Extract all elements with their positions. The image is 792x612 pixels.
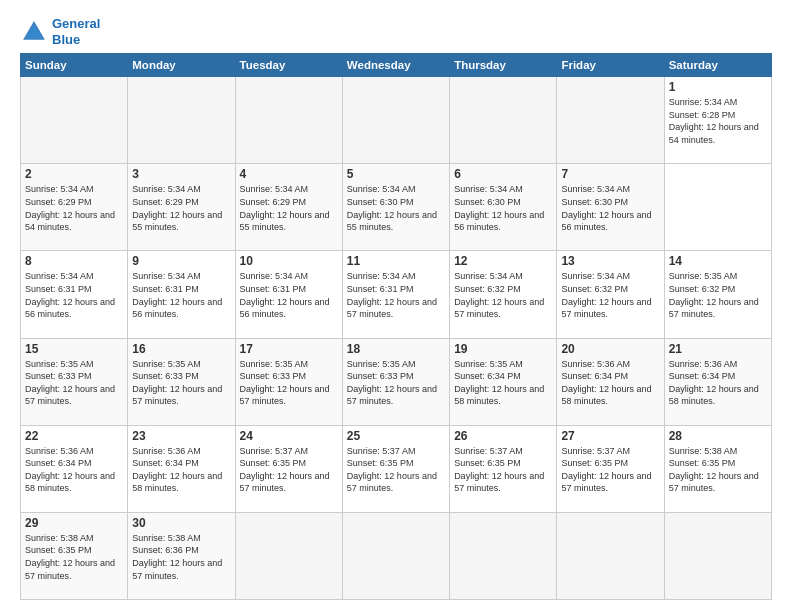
empty-cell	[664, 512, 771, 599]
calendar-week-5: 22Sunrise: 5:36 AMSunset: 6:34 PMDayligh…	[21, 425, 772, 512]
day-number: 26	[454, 429, 552, 443]
empty-cell	[557, 77, 664, 164]
calendar-day-14: 14Sunrise: 5:35 AMSunset: 6:32 PMDayligh…	[664, 251, 771, 338]
day-info: Sunrise: 5:35 AMSunset: 6:32 PMDaylight:…	[669, 270, 767, 320]
day-number: 9	[132, 254, 230, 268]
empty-cell	[450, 77, 557, 164]
empty-cell	[128, 77, 235, 164]
day-info: Sunrise: 5:35 AMSunset: 6:34 PMDaylight:…	[454, 358, 552, 408]
day-number: 22	[25, 429, 123, 443]
day-number: 7	[561, 167, 659, 181]
empty-cell	[342, 77, 449, 164]
calendar-day-15: 15Sunrise: 5:35 AMSunset: 6:33 PMDayligh…	[21, 338, 128, 425]
calendar-day-27: 27Sunrise: 5:37 AMSunset: 6:35 PMDayligh…	[557, 425, 664, 512]
calendar-day-5: 5Sunrise: 5:34 AMSunset: 6:30 PMDaylight…	[342, 164, 449, 251]
day-info: Sunrise: 5:36 AMSunset: 6:34 PMDaylight:…	[669, 358, 767, 408]
calendar-day-19: 19Sunrise: 5:35 AMSunset: 6:34 PMDayligh…	[450, 338, 557, 425]
empty-cell	[235, 77, 342, 164]
day-number: 21	[669, 342, 767, 356]
day-number: 27	[561, 429, 659, 443]
calendar-day-3: 3Sunrise: 5:34 AMSunset: 6:29 PMDaylight…	[128, 164, 235, 251]
calendar-day-17: 17Sunrise: 5:35 AMSunset: 6:33 PMDayligh…	[235, 338, 342, 425]
day-number: 30	[132, 516, 230, 530]
day-info: Sunrise: 5:34 AMSunset: 6:32 PMDaylight:…	[561, 270, 659, 320]
day-number: 28	[669, 429, 767, 443]
day-info: Sunrise: 5:36 AMSunset: 6:34 PMDaylight:…	[25, 445, 123, 495]
calendar-day-30: 30Sunrise: 5:38 AMSunset: 6:36 PMDayligh…	[128, 512, 235, 599]
day-number: 24	[240, 429, 338, 443]
day-info: Sunrise: 5:37 AMSunset: 6:35 PMDaylight:…	[240, 445, 338, 495]
day-info: Sunrise: 5:35 AMSunset: 6:33 PMDaylight:…	[240, 358, 338, 408]
day-number: 6	[454, 167, 552, 181]
header-friday: Friday	[557, 54, 664, 77]
calendar-day-25: 25Sunrise: 5:37 AMSunset: 6:35 PMDayligh…	[342, 425, 449, 512]
calendar-day-22: 22Sunrise: 5:36 AMSunset: 6:34 PMDayligh…	[21, 425, 128, 512]
day-number: 3	[132, 167, 230, 181]
day-number: 17	[240, 342, 338, 356]
day-info: Sunrise: 5:35 AMSunset: 6:33 PMDaylight:…	[132, 358, 230, 408]
day-info: Sunrise: 5:34 AMSunset: 6:31 PMDaylight:…	[132, 270, 230, 320]
calendar-day-7: 7Sunrise: 5:34 AMSunset: 6:30 PMDaylight…	[557, 164, 664, 251]
calendar-day-24: 24Sunrise: 5:37 AMSunset: 6:35 PMDayligh…	[235, 425, 342, 512]
logo: General Blue	[20, 16, 100, 47]
calendar-day-10: 10Sunrise: 5:34 AMSunset: 6:31 PMDayligh…	[235, 251, 342, 338]
empty-cell	[450, 512, 557, 599]
calendar-day-23: 23Sunrise: 5:36 AMSunset: 6:34 PMDayligh…	[128, 425, 235, 512]
day-number: 23	[132, 429, 230, 443]
day-number: 2	[25, 167, 123, 181]
header-thursday: Thursday	[450, 54, 557, 77]
calendar-day-26: 26Sunrise: 5:37 AMSunset: 6:35 PMDayligh…	[450, 425, 557, 512]
calendar-week-1: 1Sunrise: 5:34 AMSunset: 6:28 PMDaylight…	[21, 77, 772, 164]
day-number: 11	[347, 254, 445, 268]
day-number: 12	[454, 254, 552, 268]
header-monday: Monday	[128, 54, 235, 77]
calendar-day-20: 20Sunrise: 5:36 AMSunset: 6:34 PMDayligh…	[557, 338, 664, 425]
empty-cell	[557, 512, 664, 599]
day-info: Sunrise: 5:34 AMSunset: 6:31 PMDaylight:…	[25, 270, 123, 320]
day-number: 5	[347, 167, 445, 181]
calendar-table: SundayMondayTuesdayWednesdayThursdayFrid…	[20, 53, 772, 600]
day-number: 18	[347, 342, 445, 356]
calendar-day-13: 13Sunrise: 5:34 AMSunset: 6:32 PMDayligh…	[557, 251, 664, 338]
day-number: 14	[669, 254, 767, 268]
header-sunday: Sunday	[21, 54, 128, 77]
day-number: 10	[240, 254, 338, 268]
logo-text: General Blue	[52, 16, 100, 47]
calendar-week-2: 2Sunrise: 5:34 AMSunset: 6:29 PMDaylight…	[21, 164, 772, 251]
day-info: Sunrise: 5:37 AMSunset: 6:35 PMDaylight:…	[454, 445, 552, 495]
calendar-day-11: 11Sunrise: 5:34 AMSunset: 6:31 PMDayligh…	[342, 251, 449, 338]
day-info: Sunrise: 5:34 AMSunset: 6:30 PMDaylight:…	[561, 183, 659, 233]
day-info: Sunrise: 5:37 AMSunset: 6:35 PMDaylight:…	[347, 445, 445, 495]
calendar-day-28: 28Sunrise: 5:38 AMSunset: 6:35 PMDayligh…	[664, 425, 771, 512]
day-info: Sunrise: 5:34 AMSunset: 6:31 PMDaylight:…	[240, 270, 338, 320]
calendar-day-9: 9Sunrise: 5:34 AMSunset: 6:31 PMDaylight…	[128, 251, 235, 338]
calendar-header-row: SundayMondayTuesdayWednesdayThursdayFrid…	[21, 54, 772, 77]
day-number: 13	[561, 254, 659, 268]
day-info: Sunrise: 5:35 AMSunset: 6:33 PMDaylight:…	[25, 358, 123, 408]
calendar-day-2: 2Sunrise: 5:34 AMSunset: 6:29 PMDaylight…	[21, 164, 128, 251]
header-wednesday: Wednesday	[342, 54, 449, 77]
header-saturday: Saturday	[664, 54, 771, 77]
day-number: 16	[132, 342, 230, 356]
day-info: Sunrise: 5:34 AMSunset: 6:30 PMDaylight:…	[347, 183, 445, 233]
calendar-day-1: 1Sunrise: 5:34 AMSunset: 6:28 PMDaylight…	[664, 77, 771, 164]
calendar-day-12: 12Sunrise: 5:34 AMSunset: 6:32 PMDayligh…	[450, 251, 557, 338]
calendar-day-4: 4Sunrise: 5:34 AMSunset: 6:29 PMDaylight…	[235, 164, 342, 251]
empty-cell	[342, 512, 449, 599]
calendar-day-29: 29Sunrise: 5:38 AMSunset: 6:35 PMDayligh…	[21, 512, 128, 599]
day-number: 4	[240, 167, 338, 181]
day-info: Sunrise: 5:38 AMSunset: 6:35 PMDaylight:…	[669, 445, 767, 495]
day-number: 20	[561, 342, 659, 356]
day-info: Sunrise: 5:38 AMSunset: 6:35 PMDaylight:…	[25, 532, 123, 582]
calendar-week-6: 29Sunrise: 5:38 AMSunset: 6:35 PMDayligh…	[21, 512, 772, 599]
day-number: 19	[454, 342, 552, 356]
calendar-week-4: 15Sunrise: 5:35 AMSunset: 6:33 PMDayligh…	[21, 338, 772, 425]
calendar-week-3: 8Sunrise: 5:34 AMSunset: 6:31 PMDaylight…	[21, 251, 772, 338]
calendar-day-6: 6Sunrise: 5:34 AMSunset: 6:30 PMDaylight…	[450, 164, 557, 251]
day-number: 25	[347, 429, 445, 443]
day-info: Sunrise: 5:34 AMSunset: 6:30 PMDaylight:…	[454, 183, 552, 233]
calendar-day-8: 8Sunrise: 5:34 AMSunset: 6:31 PMDaylight…	[21, 251, 128, 338]
day-info: Sunrise: 5:34 AMSunset: 6:29 PMDaylight:…	[240, 183, 338, 233]
day-info: Sunrise: 5:36 AMSunset: 6:34 PMDaylight:…	[132, 445, 230, 495]
day-info: Sunrise: 5:34 AMSunset: 6:28 PMDaylight:…	[669, 96, 767, 146]
